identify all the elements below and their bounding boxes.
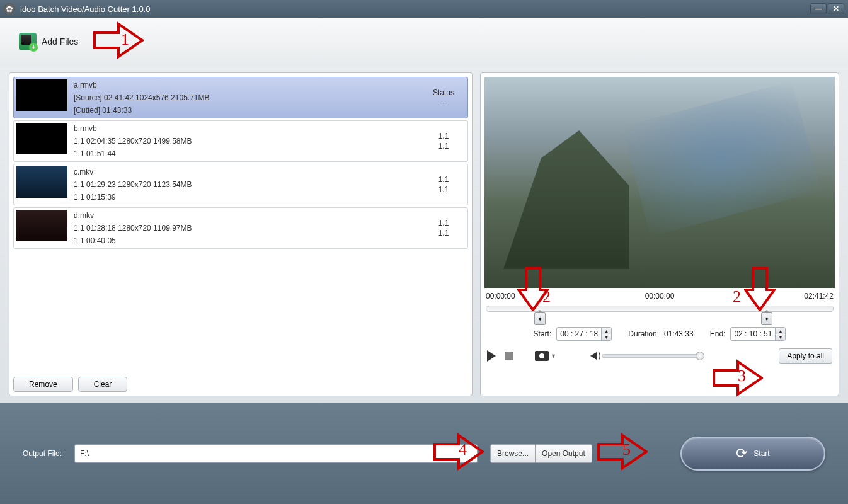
title-bar: ✿ idoo Batch Video/Audio Cutter 1.0.0 — …: [0, 0, 848, 18]
cut-start-handle[interactable]: ✦: [534, 312, 546, 325]
app-title: idoo Batch Video/Audio Cutter 1.0.0: [20, 4, 810, 14]
file-name: c.mkv: [74, 166, 415, 178]
footer: Output File: Browse... Open Output ⟳ Sta…: [0, 403, 848, 504]
file-info: d.mkv1.1 01:28:18 1280x720 1109.97MB1.1 …: [74, 210, 415, 246]
annotation-3: 3: [713, 359, 763, 397]
stop-button[interactable]: [505, 352, 513, 360]
duration-label: Duration:: [628, 329, 659, 338]
volume-knob[interactable]: [696, 352, 704, 360]
file-list: a.rmvb[Source] 02:41:42 1024x576 2105.71…: [13, 77, 468, 373]
output-file-label: Output File:: [23, 449, 62, 458]
preview-panel: 00:00:00 00:00:00 02:41:42 ✦ ✦ Start: 00…: [480, 72, 839, 396]
apply-to-all-button[interactable]: Apply to all: [779, 348, 832, 364]
file-cutted: 1.1 01:51:44: [74, 148, 415, 159]
file-info: c.mkv1.1 01:29:23 1280x720 1123.54MB1.1 …: [74, 166, 415, 203]
timeline-times: 00:00:00 00:00:00 02:41:42: [484, 288, 835, 304]
toolbar: Add Files 1: [0, 18, 848, 66]
refresh-icon: ⟳: [736, 445, 747, 462]
minimize-button[interactable]: —: [810, 3, 827, 14]
volume-icon[interactable]: [590, 352, 597, 360]
file-status: 1.11.1: [421, 210, 466, 246]
file-list-panel: a.rmvb[Source] 02:41:42 1024x576 2105.71…: [9, 72, 473, 396]
add-files-button[interactable]: Add Files: [19, 33, 78, 50]
file-status: Status-: [421, 79, 466, 116]
end-up-icon[interactable]: ▲: [776, 328, 785, 334]
start-down-icon[interactable]: ▼: [602, 334, 611, 340]
snapshot-menu-icon[interactable]: ▼: [551, 353, 556, 359]
thumbnail: [16, 79, 67, 111]
remove-button[interactable]: Remove: [13, 377, 73, 392]
video-preview[interactable]: [484, 77, 835, 288]
snapshot-button[interactable]: [535, 351, 549, 361]
file-cutted: 1.1 01:15:39: [74, 192, 415, 203]
end-label: End:: [710, 329, 726, 338]
file-info: b.rmvb1.1 02:04:35 1280x720 1499.58MB1.1…: [74, 123, 415, 159]
start-button[interactable]: ⟳ Start: [680, 437, 825, 471]
start-label: Start:: [534, 329, 552, 338]
thumbnail: [16, 123, 67, 154]
file-status: 1.11.1: [421, 123, 466, 159]
file-name: d.mkv: [74, 210, 415, 221]
timeline-start: 00:00:00: [486, 292, 515, 301]
duration-value: 01:43:33: [664, 329, 694, 338]
add-files-label: Add Files: [42, 37, 78, 47]
timeline-slider[interactable]: ✦ ✦: [486, 306, 834, 312]
file-status: 1.11.1: [421, 166, 466, 203]
status-header: Status: [433, 88, 454, 97]
add-files-icon: [19, 33, 37, 50]
file-info: a.rmvb[Source] 02:41:42 1024x576 2105.71…: [74, 79, 415, 116]
output-path-input[interactable]: [74, 444, 478, 463]
file-row[interactable]: d.mkv1.1 01:28:18 1280x720 1109.97MB1.1 …: [13, 207, 468, 249]
start-label: Start: [753, 449, 769, 458]
file-row[interactable]: a.rmvb[Source] 02:41:42 1024x576 2105.71…: [13, 77, 468, 118]
clear-button[interactable]: Clear: [78, 377, 128, 392]
start-up-icon[interactable]: ▲: [602, 328, 611, 334]
start-time-input[interactable]: 00 : 27 : 18 ▲▼: [556, 327, 612, 341]
file-source: [Source] 02:41:42 1024x576 2105.71MB: [74, 92, 415, 103]
main-area: a.rmvb[Source] 02:41:42 1024x576 2105.71…: [0, 66, 848, 403]
cut-controls: Start: 00 : 27 : 18 ▲▼ Duration: 01:43:3…: [484, 327, 835, 341]
cut-end-handle[interactable]: ✦: [761, 312, 772, 325]
file-source: 1.1 01:29:23 1280x720 1123.54MB: [74, 179, 415, 190]
file-row[interactable]: b.rmvb1.1 02:04:35 1280x720 1499.58MB1.1…: [13, 120, 468, 162]
file-name: a.rmvb: [74, 79, 415, 91]
volume-slider[interactable]: [602, 354, 702, 358]
file-source: 1.1 01:28:18 1280x720 1109.97MB: [74, 222, 415, 234]
file-cutted: [Cutted] 01:43:33: [74, 105, 415, 116]
end-down-icon[interactable]: ▼: [776, 334, 785, 340]
browse-button[interactable]: Browse...: [490, 444, 536, 463]
play-button[interactable]: [487, 350, 496, 362]
file-name: b.rmvb: [74, 123, 415, 134]
app-icon: ✿: [4, 3, 15, 14]
file-source: 1.1 02:04:35 1280x720 1499.58MB: [74, 135, 415, 147]
file-cutted: 1.1 00:40:05: [74, 235, 415, 246]
thumbnail: [16, 210, 67, 241]
thumbnail: [16, 166, 67, 198]
player-controls: ▼ Apply to all: [484, 348, 835, 364]
end-time-input[interactable]: 02 : 10 : 51 ▲▼: [730, 327, 786, 341]
timeline-end: 02:41:42: [804, 292, 834, 301]
close-button[interactable]: ✕: [828, 3, 844, 14]
annotation-5: 5: [597, 433, 648, 471]
file-row[interactable]: c.mkv1.1 01:29:23 1280x720 1123.54MB1.1 …: [13, 164, 468, 205]
timeline-current: 00:00:00: [645, 292, 675, 301]
open-output-button[interactable]: Open Output: [536, 444, 592, 463]
